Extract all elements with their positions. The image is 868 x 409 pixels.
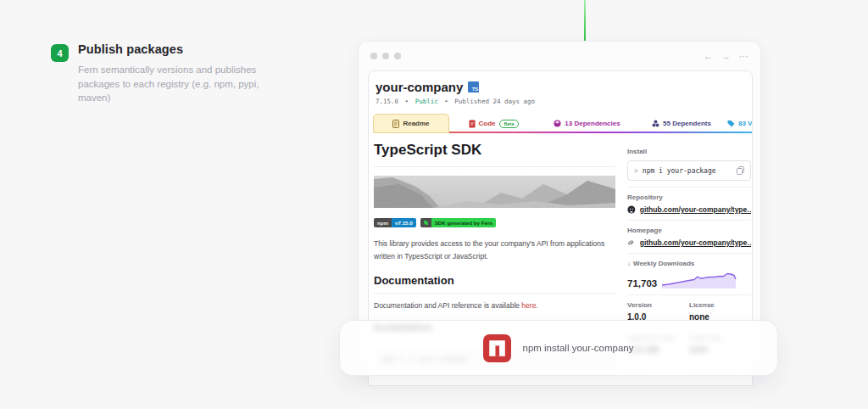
code-file-icon [469, 120, 476, 128]
repository-section: Repository github.com/your-company/type… [627, 188, 751, 221]
typescript-icon: TS [468, 81, 479, 92]
install-command: npm i your-package [643, 167, 732, 175]
traffic-light-dots [370, 53, 401, 59]
window-dot [394, 53, 401, 59]
beta-badge: Beta [499, 120, 520, 128]
downloads-icon: ↓ [627, 260, 631, 267]
readme-doc-icon [392, 120, 399, 128]
documentation-text: Documentation and API reference is avail… [374, 301, 615, 310]
github-icon [627, 205, 636, 214]
install-command-box[interactable]: > npm i your-package [627, 160, 751, 181]
step-callout: 4 Publish packages Fern semantically ver… [51, 42, 288, 105]
link-icon [627, 238, 636, 247]
back-icon[interactable]: ← [704, 51, 713, 62]
package-tabs: Readme Code Beta 13 Dependencies [373, 114, 748, 133]
meta-separator: • [444, 98, 448, 105]
more-icon[interactable]: ⋯ [739, 51, 748, 62]
weekly-downloads-section: ↓ Weekly Downloads 71,703 [627, 254, 751, 295]
package-name: your-company [376, 80, 463, 94]
tab-versions[interactable]: 83 Versions [727, 114, 753, 133]
fern-generated-badge[interactable]: SDK generated by Fern [420, 218, 496, 227]
tab-label: 83 Versions [738, 120, 753, 127]
versions-tag-icon [727, 120, 735, 127]
homepage-label: Homepage [627, 227, 751, 234]
repository-label: Repository [627, 193, 751, 201]
repository-link[interactable]: github.com/your-company/type… [640, 205, 751, 214]
meta-separator: • [405, 98, 409, 105]
documentation-heading: Documentation [374, 274, 615, 294]
dependencies-cube-icon [554, 120, 561, 127]
window-dot [382, 53, 389, 59]
badge-left [420, 218, 431, 227]
readme-title: TypeScript SDK [374, 135, 615, 167]
npm-install-text: npm install your-company [522, 343, 633, 353]
browser-titlebar: ← → ⋯ [359, 42, 760, 70]
dependents-cluster-icon [652, 120, 659, 127]
step-title: Publish packages [78, 42, 288, 56]
tab-dependencies[interactable]: 13 Dependencies [538, 114, 636, 133]
badge-left: npm [374, 218, 392, 227]
weekly-downloads-label: Weekly Downloads [633, 260, 694, 267]
npm-version-badge[interactable]: npm v7.15.0 [374, 218, 416, 227]
install-section: Install > npm i your-package [627, 142, 751, 188]
npm-install-card: npm install your-company [339, 320, 778, 376]
badge-right: v7.15.0 [392, 218, 416, 227]
badge-right: SDK generated by Fern [431, 218, 496, 227]
downloads-sparkline [662, 270, 737, 289]
version-label: Version [627, 301, 689, 309]
homepage-link[interactable]: github.com/your-company/type… [640, 238, 751, 247]
here-link[interactable]: here. [521, 301, 537, 310]
fern-leaf-icon [424, 221, 428, 225]
tab-label: 13 Dependencies [565, 120, 620, 127]
package-published: Published 24 days ago [454, 98, 535, 105]
window-dot [370, 53, 377, 59]
step-number-badge: 4 [51, 44, 69, 62]
package-visibility: Public [415, 98, 438, 105]
tab-readme[interactable]: Readme [373, 114, 449, 133]
install-label: Install [627, 148, 751, 155]
tab-dependents[interactable]: 55 Dependents [636, 114, 727, 133]
tab-code[interactable]: Code Beta [449, 114, 538, 133]
readme-badges: npm v7.15.0 SDK generated by Fern [374, 218, 615, 227]
green-connector-line [584, 0, 586, 41]
package-meta: 7.15.0 • Public • Published 24 days ago [376, 98, 745, 105]
readme-intro: This library provides access to the your… [374, 238, 615, 263]
package-version: 7.15.0 [376, 98, 398, 105]
copy-icon[interactable] [737, 166, 744, 175]
tab-label: 55 Dependents [663, 120, 711, 127]
npm-logo [483, 334, 511, 362]
homepage-section: Homepage github.com/your-company/type… [627, 221, 751, 254]
weekly-downloads-value: 71,703 [627, 278, 657, 289]
doc-text: Documentation and API reference is avail… [374, 301, 521, 310]
tab-label: Readme [403, 120, 429, 127]
step-description: Fern semantically versions and publishes… [78, 63, 281, 105]
license-label: License [689, 301, 751, 309]
tab-label: Code [479, 120, 496, 127]
forward-icon[interactable]: → [721, 51, 731, 62]
grayscale-banner-image [374, 176, 615, 208]
terminal-prompt-icon: > [634, 167, 638, 175]
